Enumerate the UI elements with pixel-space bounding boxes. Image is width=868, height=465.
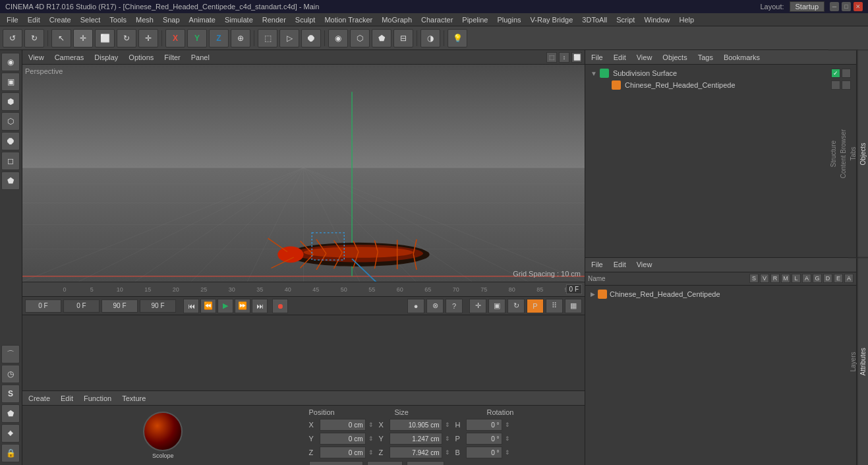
cube-icon[interactable]: ▣: [1, 73, 20, 91]
lines-icon[interactable]: ⬟: [1, 171, 20, 190]
x-axis-btn[interactable]: X: [165, 29, 185, 47]
psr-size-y[interactable]: [390, 433, 442, 445]
tc-rotate-btn[interactable]: ↻: [507, 299, 525, 313]
psr-pos-z[interactable]: [320, 447, 366, 458]
menu-tools[interactable]: Tools: [105, 15, 130, 25]
mat-menu-function[interactable]: Function: [80, 393, 115, 404]
mat-menu-edit[interactable]: Edit: [57, 393, 76, 404]
menu-help[interactable]: Help: [676, 15, 699, 25]
tc-select-btn[interactable]: ▣: [488, 299, 506, 313]
tc-status-red2[interactable]: ⊗: [426, 299, 444, 313]
menu-mesh[interactable]: Mesh: [132, 15, 158, 25]
obj-menu-bookmarks[interactable]: Bookmarks: [720, 52, 763, 63]
record-btn[interactable]: ⏺: [272, 299, 288, 313]
s-icon[interactable]: S: [1, 385, 20, 403]
menu-edit[interactable]: Edit: [24, 15, 44, 25]
menu-render[interactable]: Render: [258, 15, 290, 25]
psr-size-z[interactable]: [390, 447, 442, 458]
psr-rot-p[interactable]: [466, 433, 502, 445]
menu-mograph[interactable]: MoGraph: [378, 15, 416, 25]
vp-menu-display[interactable]: Display: [91, 52, 121, 63]
attr-menu-view[interactable]: View: [633, 259, 656, 270]
menu-pipeline[interactable]: Pipeline: [458, 15, 492, 25]
prev-frame-btn[interactable]: ⏪: [200, 299, 216, 313]
psr-rot-h[interactable]: [466, 419, 502, 431]
obj-menu-tags[interactable]: Tags: [695, 52, 716, 63]
psr-size-x[interactable]: [390, 419, 442, 431]
goto-start-btn[interactable]: ⏮: [183, 299, 199, 313]
play-btn[interactable]: ▶: [217, 299, 233, 313]
vp-ctrl-2[interactable]: ↕: [559, 52, 569, 63]
menu-snap[interactable]: Snap: [159, 15, 184, 25]
vp-menu-panel[interactable]: Panel: [188, 52, 213, 63]
minimize-button[interactable]: ─: [830, 2, 839, 11]
apply-button[interactable]: Apply: [407, 461, 445, 465]
tc-status-red[interactable]: ●: [407, 299, 424, 313]
paint-icon[interactable]: ⬟: [1, 404, 20, 423]
time-field[interactable]: 0 F: [566, 284, 582, 294]
preview-end-field[interactable]: [140, 299, 176, 313]
tc-scale-btn[interactable]: P: [527, 299, 544, 313]
y-axis-btn[interactable]: Y: [187, 29, 207, 47]
vp-menu-view[interactable]: View: [25, 52, 47, 63]
vp-menu-cameras[interactable]: Cameras: [51, 52, 88, 63]
list-item[interactable]: ▶ Chinese_Red_Headed_Centipede: [588, 288, 854, 300]
menu-motion-tracker[interactable]: Motion Tracker: [320, 15, 376, 25]
end-frame-field[interactable]: [101, 299, 138, 313]
coord-system-dropdown[interactable]: Object (Rel) World: [309, 461, 363, 465]
menu-3dtoall[interactable]: 3DToAll: [578, 15, 611, 25]
obj-menu-objects[interactable]: Objects: [659, 52, 690, 63]
tc-dots-btn[interactable]: ⠿: [546, 299, 563, 313]
render-preview-btn[interactable]: ▷: [279, 29, 299, 47]
world-axis-btn[interactable]: ⊕: [231, 29, 250, 47]
box-icon[interactable]: ◻: [1, 152, 20, 170]
menu-sculpt[interactable]: Sculpt: [291, 15, 320, 25]
vtab-tabs[interactable]: Tabs: [848, 50, 858, 257]
flat-icon[interactable]: ⬡: [1, 112, 20, 131]
z-axis-btn[interactable]: Z: [209, 29, 229, 47]
lock-icon[interactable]: 🔒: [1, 444, 20, 462]
rotate-tool[interactable]: ↻: [117, 29, 136, 47]
vp-menu-options[interactable]: Options: [125, 52, 157, 63]
snap-btn[interactable]: ◑: [420, 29, 440, 47]
size-mode-dropdown[interactable]: Size Scale: [367, 461, 403, 465]
bend-icon[interactable]: ⌒: [1, 345, 20, 363]
3d-viewport[interactable]: Perspective Grid Spacing : 10 cm: [22, 65, 585, 282]
vtab-layers[interactable]: Layers: [848, 258, 858, 466]
vp-ctrl-1[interactable]: ⬚: [546, 52, 557, 63]
redo-button[interactable]: ↻: [24, 29, 44, 47]
psr-pos-x[interactable]: [320, 419, 366, 431]
menu-plugins[interactable]: Plugins: [493, 15, 525, 25]
mat-menu-create[interactable]: Create: [25, 393, 53, 404]
list-item[interactable]: Chinese_Red_Headed_Centipede: [588, 79, 854, 91]
render-region-btn[interactable]: ⬚: [258, 29, 277, 47]
attr-menu-edit[interactable]: Edit: [610, 259, 629, 270]
undo-button[interactable]: ↺: [3, 29, 22, 47]
menu-select[interactable]: Select: [76, 15, 105, 25]
edge-mode-btn[interactable]: ⬟: [372, 29, 391, 47]
vtab-structure[interactable]: Structure: [828, 50, 838, 257]
gouraud-icon[interactable]: ⯃: [1, 132, 20, 150]
vtab-objects[interactable]: Objects: [858, 50, 868, 257]
sculpt-icon[interactable]: ⯁: [1, 424, 20, 443]
vtab-attributes[interactable]: Attributes: [858, 258, 868, 466]
material-preview[interactable]: [143, 412, 183, 451]
psr-rot-b[interactable]: [466, 447, 502, 458]
next-frame-btn[interactable]: ⏩: [235, 299, 250, 313]
menu-animate[interactable]: Animate: [185, 15, 219, 25]
checker-icon[interactable]: ⬢: [1, 92, 20, 111]
maximize-button[interactable]: □: [842, 2, 851, 11]
tc-status-q[interactable]: ?: [446, 299, 463, 313]
list-item[interactable]: ▼ Subdivision Surface ✓: [588, 67, 854, 79]
goto-end-btn[interactable]: ⏭: [252, 299, 268, 313]
preview-start-field[interactable]: [63, 299, 100, 313]
menu-file[interactable]: File: [3, 15, 22, 25]
menu-create[interactable]: Create: [45, 15, 75, 25]
obj-menu-file[interactable]: File: [588, 52, 606, 63]
menu-window[interactable]: Window: [640, 15, 674, 25]
obj-mode-btn[interactable]: ◉: [328, 29, 348, 47]
vp-menu-filter[interactable]: Filter: [161, 52, 183, 63]
menu-vray[interactable]: V-Ray Bridge: [527, 15, 577, 25]
transform-tool[interactable]: ✛: [138, 29, 158, 47]
attr-menu-file[interactable]: File: [588, 259, 606, 270]
